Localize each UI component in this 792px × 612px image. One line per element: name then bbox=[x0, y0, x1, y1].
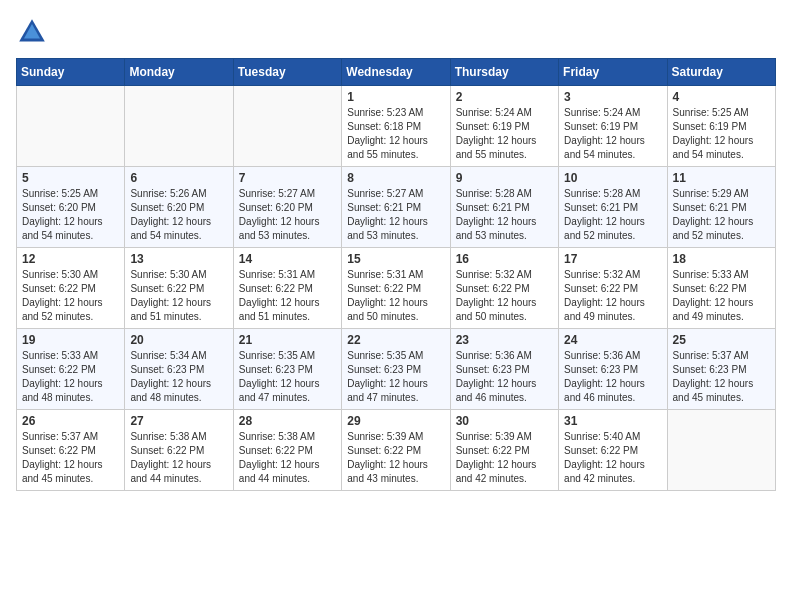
calendar-cell: 17Sunrise: 5:32 AM Sunset: 6:22 PM Dayli… bbox=[559, 248, 667, 329]
day-number: 3 bbox=[564, 90, 661, 104]
calendar-cell: 11Sunrise: 5:29 AM Sunset: 6:21 PM Dayli… bbox=[667, 167, 775, 248]
day-number: 10 bbox=[564, 171, 661, 185]
day-info: Sunrise: 5:28 AM Sunset: 6:21 PM Dayligh… bbox=[456, 187, 553, 243]
day-of-week-header: Wednesday bbox=[342, 59, 450, 86]
calendar-cell: 28Sunrise: 5:38 AM Sunset: 6:22 PM Dayli… bbox=[233, 410, 341, 491]
day-number: 14 bbox=[239, 252, 336, 266]
day-info: Sunrise: 5:31 AM Sunset: 6:22 PM Dayligh… bbox=[347, 268, 444, 324]
day-info: Sunrise: 5:26 AM Sunset: 6:20 PM Dayligh… bbox=[130, 187, 227, 243]
calendar-cell: 24Sunrise: 5:36 AM Sunset: 6:23 PM Dayli… bbox=[559, 329, 667, 410]
calendar-week-row: 26Sunrise: 5:37 AM Sunset: 6:22 PM Dayli… bbox=[17, 410, 776, 491]
day-number: 1 bbox=[347, 90, 444, 104]
calendar-cell: 3Sunrise: 5:24 AM Sunset: 6:19 PM Daylig… bbox=[559, 86, 667, 167]
day-number: 19 bbox=[22, 333, 119, 347]
day-number: 12 bbox=[22, 252, 119, 266]
day-number: 27 bbox=[130, 414, 227, 428]
day-number: 15 bbox=[347, 252, 444, 266]
calendar-cell: 19Sunrise: 5:33 AM Sunset: 6:22 PM Dayli… bbox=[17, 329, 125, 410]
day-info: Sunrise: 5:36 AM Sunset: 6:23 PM Dayligh… bbox=[456, 349, 553, 405]
day-number: 29 bbox=[347, 414, 444, 428]
day-info: Sunrise: 5:35 AM Sunset: 6:23 PM Dayligh… bbox=[239, 349, 336, 405]
page-header bbox=[16, 16, 776, 48]
day-info: Sunrise: 5:38 AM Sunset: 6:22 PM Dayligh… bbox=[239, 430, 336, 486]
day-info: Sunrise: 5:33 AM Sunset: 6:22 PM Dayligh… bbox=[22, 349, 119, 405]
day-info: Sunrise: 5:25 AM Sunset: 6:19 PM Dayligh… bbox=[673, 106, 770, 162]
calendar-cell: 23Sunrise: 5:36 AM Sunset: 6:23 PM Dayli… bbox=[450, 329, 558, 410]
day-of-week-header: Sunday bbox=[17, 59, 125, 86]
day-number: 21 bbox=[239, 333, 336, 347]
calendar-cell: 2Sunrise: 5:24 AM Sunset: 6:19 PM Daylig… bbox=[450, 86, 558, 167]
day-number: 4 bbox=[673, 90, 770, 104]
day-number: 7 bbox=[239, 171, 336, 185]
day-info: Sunrise: 5:25 AM Sunset: 6:20 PM Dayligh… bbox=[22, 187, 119, 243]
calendar-cell: 22Sunrise: 5:35 AM Sunset: 6:23 PM Dayli… bbox=[342, 329, 450, 410]
day-info: Sunrise: 5:24 AM Sunset: 6:19 PM Dayligh… bbox=[456, 106, 553, 162]
calendar-week-row: 1Sunrise: 5:23 AM Sunset: 6:18 PM Daylig… bbox=[17, 86, 776, 167]
logo bbox=[16, 16, 52, 48]
day-info: Sunrise: 5:23 AM Sunset: 6:18 PM Dayligh… bbox=[347, 106, 444, 162]
day-number: 24 bbox=[564, 333, 661, 347]
day-of-week-header: Monday bbox=[125, 59, 233, 86]
day-number: 9 bbox=[456, 171, 553, 185]
calendar-week-row: 12Sunrise: 5:30 AM Sunset: 6:22 PM Dayli… bbox=[17, 248, 776, 329]
calendar-header-row: SundayMondayTuesdayWednesdayThursdayFrid… bbox=[17, 59, 776, 86]
day-number: 26 bbox=[22, 414, 119, 428]
logo-icon bbox=[16, 16, 48, 48]
day-info: Sunrise: 5:31 AM Sunset: 6:22 PM Dayligh… bbox=[239, 268, 336, 324]
day-number: 20 bbox=[130, 333, 227, 347]
day-number: 17 bbox=[564, 252, 661, 266]
calendar-cell: 20Sunrise: 5:34 AM Sunset: 6:23 PM Dayli… bbox=[125, 329, 233, 410]
day-number: 31 bbox=[564, 414, 661, 428]
day-number: 18 bbox=[673, 252, 770, 266]
calendar-cell: 25Sunrise: 5:37 AM Sunset: 6:23 PM Dayli… bbox=[667, 329, 775, 410]
calendar-cell: 29Sunrise: 5:39 AM Sunset: 6:22 PM Dayli… bbox=[342, 410, 450, 491]
calendar-cell: 5Sunrise: 5:25 AM Sunset: 6:20 PM Daylig… bbox=[17, 167, 125, 248]
calendar-cell: 9Sunrise: 5:28 AM Sunset: 6:21 PM Daylig… bbox=[450, 167, 558, 248]
calendar-table: SundayMondayTuesdayWednesdayThursdayFrid… bbox=[16, 58, 776, 491]
calendar-cell: 31Sunrise: 5:40 AM Sunset: 6:22 PM Dayli… bbox=[559, 410, 667, 491]
day-info: Sunrise: 5:38 AM Sunset: 6:22 PM Dayligh… bbox=[130, 430, 227, 486]
day-info: Sunrise: 5:39 AM Sunset: 6:22 PM Dayligh… bbox=[347, 430, 444, 486]
day-info: Sunrise: 5:30 AM Sunset: 6:22 PM Dayligh… bbox=[130, 268, 227, 324]
day-info: Sunrise: 5:34 AM Sunset: 6:23 PM Dayligh… bbox=[130, 349, 227, 405]
calendar-cell: 1Sunrise: 5:23 AM Sunset: 6:18 PM Daylig… bbox=[342, 86, 450, 167]
calendar-cell bbox=[667, 410, 775, 491]
calendar-cell: 13Sunrise: 5:30 AM Sunset: 6:22 PM Dayli… bbox=[125, 248, 233, 329]
calendar-cell: 4Sunrise: 5:25 AM Sunset: 6:19 PM Daylig… bbox=[667, 86, 775, 167]
day-number: 25 bbox=[673, 333, 770, 347]
day-info: Sunrise: 5:27 AM Sunset: 6:20 PM Dayligh… bbox=[239, 187, 336, 243]
day-info: Sunrise: 5:37 AM Sunset: 6:23 PM Dayligh… bbox=[673, 349, 770, 405]
day-info: Sunrise: 5:30 AM Sunset: 6:22 PM Dayligh… bbox=[22, 268, 119, 324]
calendar-cell: 30Sunrise: 5:39 AM Sunset: 6:22 PM Dayli… bbox=[450, 410, 558, 491]
calendar-cell: 27Sunrise: 5:38 AM Sunset: 6:22 PM Dayli… bbox=[125, 410, 233, 491]
calendar-week-row: 5Sunrise: 5:25 AM Sunset: 6:20 PM Daylig… bbox=[17, 167, 776, 248]
day-number: 11 bbox=[673, 171, 770, 185]
day-number: 5 bbox=[22, 171, 119, 185]
calendar-cell: 16Sunrise: 5:32 AM Sunset: 6:22 PM Dayli… bbox=[450, 248, 558, 329]
day-info: Sunrise: 5:28 AM Sunset: 6:21 PM Dayligh… bbox=[564, 187, 661, 243]
calendar-cell: 15Sunrise: 5:31 AM Sunset: 6:22 PM Dayli… bbox=[342, 248, 450, 329]
day-info: Sunrise: 5:24 AM Sunset: 6:19 PM Dayligh… bbox=[564, 106, 661, 162]
day-info: Sunrise: 5:35 AM Sunset: 6:23 PM Dayligh… bbox=[347, 349, 444, 405]
day-of-week-header: Thursday bbox=[450, 59, 558, 86]
calendar-cell bbox=[17, 86, 125, 167]
day-info: Sunrise: 5:36 AM Sunset: 6:23 PM Dayligh… bbox=[564, 349, 661, 405]
day-info: Sunrise: 5:37 AM Sunset: 6:22 PM Dayligh… bbox=[22, 430, 119, 486]
day-info: Sunrise: 5:27 AM Sunset: 6:21 PM Dayligh… bbox=[347, 187, 444, 243]
calendar-cell: 26Sunrise: 5:37 AM Sunset: 6:22 PM Dayli… bbox=[17, 410, 125, 491]
day-number: 6 bbox=[130, 171, 227, 185]
calendar-cell: 14Sunrise: 5:31 AM Sunset: 6:22 PM Dayli… bbox=[233, 248, 341, 329]
calendar-cell: 12Sunrise: 5:30 AM Sunset: 6:22 PM Dayli… bbox=[17, 248, 125, 329]
calendar-cell: 21Sunrise: 5:35 AM Sunset: 6:23 PM Dayli… bbox=[233, 329, 341, 410]
day-number: 23 bbox=[456, 333, 553, 347]
calendar-cell: 10Sunrise: 5:28 AM Sunset: 6:21 PM Dayli… bbox=[559, 167, 667, 248]
day-info: Sunrise: 5:32 AM Sunset: 6:22 PM Dayligh… bbox=[564, 268, 661, 324]
day-number: 28 bbox=[239, 414, 336, 428]
day-info: Sunrise: 5:33 AM Sunset: 6:22 PM Dayligh… bbox=[673, 268, 770, 324]
calendar-cell: 8Sunrise: 5:27 AM Sunset: 6:21 PM Daylig… bbox=[342, 167, 450, 248]
day-info: Sunrise: 5:40 AM Sunset: 6:22 PM Dayligh… bbox=[564, 430, 661, 486]
day-info: Sunrise: 5:39 AM Sunset: 6:22 PM Dayligh… bbox=[456, 430, 553, 486]
day-number: 8 bbox=[347, 171, 444, 185]
calendar-week-row: 19Sunrise: 5:33 AM Sunset: 6:22 PM Dayli… bbox=[17, 329, 776, 410]
day-number: 22 bbox=[347, 333, 444, 347]
